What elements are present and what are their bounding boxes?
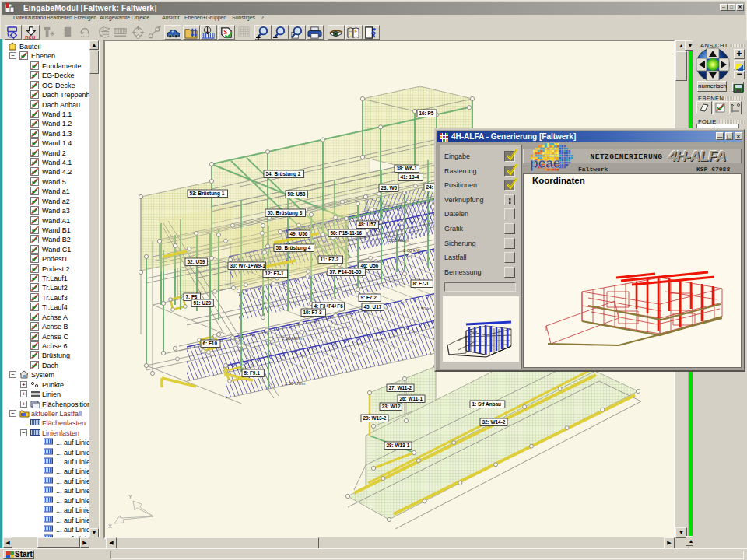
svg-text:49: U56: 49: U56: [290, 231, 308, 236]
svg-text:S: S: [223, 28, 227, 36]
svg-text:32: W14-2: 32: W14-2: [482, 419, 506, 425]
svg-text:neu: neu: [25, 33, 36, 40]
svg-text:41: 13-4: 41: 13-4: [401, 174, 419, 180]
svg-text:X: X: [108, 523, 112, 530]
svg-text:16: P5: 16: P5: [419, 110, 434, 116]
svg-text:9: F7.2: 9: F7.2: [361, 295, 377, 300]
svg-text:46: U56: 46: U56: [361, 263, 379, 268]
svg-text:48: U57: 48: U57: [359, 222, 377, 227]
svg-text:52: U59: 52: U59: [188, 259, 205, 264]
svg-text:1: Stf Anbau: 1: Stf Anbau: [472, 401, 501, 407]
svg-text:30: W7-1+W9-1: 30: W7-1+W9-1: [230, 263, 266, 268]
svg-text:12: F7-1: 12: F7-1: [265, 271, 285, 276]
svg-text:pcae: pcae: [530, 156, 561, 171]
svg-text:2.50 k: 2.50 k: [417, 306, 430, 311]
svg-text:51: U20: 51: U20: [194, 300, 212, 306]
svg-text:23: W12: 23: W12: [382, 404, 402, 409]
svg-text:53: Brüstung 1: 53: Brüstung 1: [190, 191, 225, 197]
svg-text:45: U17: 45: U17: [364, 304, 382, 310]
svg-text:11: F7-2: 11: F7-2: [321, 257, 339, 262]
svg-text:2.50 kN/m: 2.50 kN/m: [285, 381, 306, 386]
svg-text:38: W6-1: 38: W6-1: [397, 166, 418, 171]
svg-text:54: Brüstung 2: 54: Brüstung 2: [266, 171, 301, 177]
svg-text:29: W13-2: 29: W13-2: [363, 415, 387, 421]
svg-text:7: F8: 7: F8: [186, 294, 198, 299]
svg-text:57: P14-51-55: 57: P14-51-55: [330, 269, 362, 275]
svg-text:27: W11-2: 27: W11-2: [389, 385, 412, 390]
svg-text:23: W6: 23: W6: [381, 185, 398, 191]
svg-text:2.50 kN/m: 2.50 kN/m: [282, 336, 303, 341]
svg-text:26: W11-1: 26: W11-1: [400, 396, 423, 401]
svg-text:10: F7-3: 10: F7-3: [303, 310, 323, 315]
svg-text:6: F10: 6: F10: [203, 341, 218, 346]
svg-text:5: F9.1: 5: F9.1: [244, 370, 261, 376]
svg-text:50: U58: 50: U58: [288, 191, 306, 197]
svg-text:58: P15-11-16: 58: P15-11-16: [331, 230, 363, 236]
svg-text:56: Brüstung 4: 56: Brüstung 4: [276, 245, 311, 251]
svg-text:4: F3+F4+F6: 4: F3+F4+F6: [314, 303, 344, 309]
svg-text:8: F7-1: 8: F7-1: [413, 281, 430, 286]
svg-text:Y: Y: [128, 493, 132, 500]
svg-text:28: W13-1: 28: W13-1: [387, 443, 410, 448]
svg-text:2.00 kN/m: 2.00 kN/m: [403, 248, 424, 253]
svg-text:55: Brüstung 3: 55: Brüstung 3: [268, 210, 303, 216]
svg-text:2.00 kN/m: 2.00 kN/m: [388, 238, 409, 243]
